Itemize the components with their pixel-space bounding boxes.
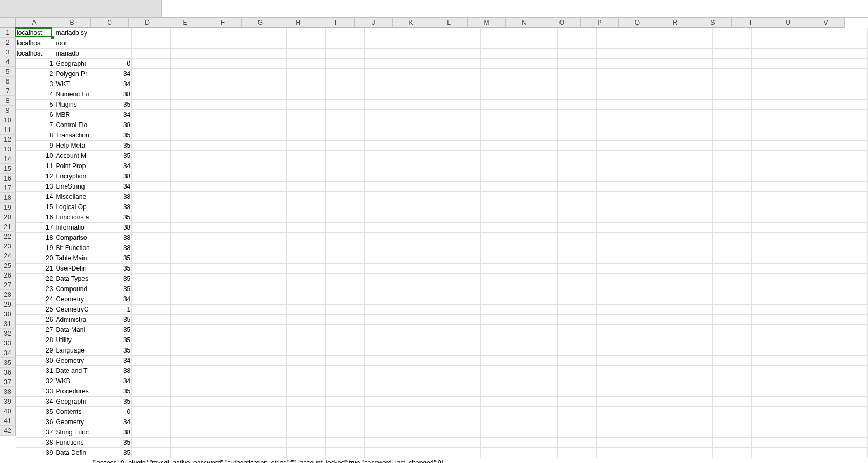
cell[interactable]: [480, 284, 519, 294]
cell[interactable]: [829, 38, 867, 49]
cell[interactable]: [519, 417, 558, 427]
cell[interactable]: [171, 243, 209, 253]
cell[interactable]: [442, 335, 480, 345]
cell[interactable]: [635, 397, 674, 407]
cell[interactable]: Geographi: [54, 397, 93, 407]
cell[interactable]: 4: [16, 89, 54, 100]
cell[interactable]: 27: [16, 325, 54, 335]
cell[interactable]: [442, 305, 480, 315]
cell[interactable]: [597, 448, 635, 458]
cell[interactable]: [635, 223, 674, 233]
cell[interactable]: [790, 69, 829, 79]
cell[interactable]: [790, 284, 829, 294]
cell[interactable]: [325, 438, 364, 448]
cell[interactable]: [597, 386, 635, 397]
cell[interactable]: [364, 100, 403, 110]
row-header[interactable]: 5: [0, 67, 16, 77]
cell[interactable]: [248, 89, 287, 100]
cell[interactable]: 12: [16, 171, 54, 182]
cell[interactable]: [132, 100, 171, 110]
cell[interactable]: [790, 59, 829, 69]
cell[interactable]: [635, 243, 674, 253]
cell[interactable]: [597, 59, 635, 69]
cell[interactable]: [248, 100, 287, 110]
cell[interactable]: [325, 171, 364, 182]
cell[interactable]: [403, 386, 442, 397]
cell[interactable]: [403, 110, 442, 120]
cell[interactable]: [325, 182, 364, 192]
row-header[interactable]: 29: [0, 300, 16, 309]
cell[interactable]: [248, 38, 287, 49]
cell[interactable]: [209, 120, 248, 130]
cell[interactable]: [403, 151, 442, 161]
cell[interactable]: [519, 274, 558, 284]
cell[interactable]: [248, 192, 287, 202]
row-header[interactable]: 15: [0, 164, 16, 174]
cell[interactable]: [171, 69, 209, 79]
cell[interactable]: [442, 345, 480, 356]
cell[interactable]: [790, 28, 829, 38]
cell[interactable]: [286, 120, 325, 130]
cell[interactable]: [209, 366, 248, 376]
cell[interactable]: [674, 438, 713, 448]
cell[interactable]: [519, 315, 558, 325]
cell[interactable]: 34: [93, 69, 132, 79]
cell[interactable]: [132, 427, 171, 438]
cell[interactable]: [674, 141, 713, 151]
cell[interactable]: [829, 386, 867, 397]
cell[interactable]: [403, 130, 442, 141]
cell[interactable]: [442, 202, 480, 212]
cell[interactable]: [790, 325, 829, 335]
cell[interactable]: 1: [16, 59, 54, 69]
cell[interactable]: [519, 59, 558, 69]
cell[interactable]: [325, 274, 364, 284]
cell[interactable]: [325, 386, 364, 397]
column-header[interactable]: S: [694, 18, 732, 28]
cell[interactable]: [752, 59, 790, 69]
cell[interactable]: [674, 202, 713, 212]
row-header[interactable]: 16: [0, 174, 16, 183]
cell[interactable]: [480, 38, 519, 49]
cell[interactable]: [364, 356, 403, 366]
cell[interactable]: [480, 376, 519, 386]
cell[interactable]: [713, 161, 752, 171]
cell[interactable]: [364, 438, 403, 448]
cell[interactable]: [171, 38, 209, 49]
cell[interactable]: [597, 294, 635, 305]
cell[interactable]: [558, 284, 597, 294]
cell[interactable]: 18: [16, 233, 54, 243]
cell[interactable]: [480, 161, 519, 171]
cell[interactable]: [209, 79, 248, 89]
cell[interactable]: [171, 386, 209, 397]
cell[interactable]: [209, 376, 248, 386]
cell[interactable]: [286, 264, 325, 274]
cell[interactable]: 34: [93, 294, 132, 305]
cell[interactable]: [364, 59, 403, 69]
cell[interactable]: 35: [93, 130, 132, 141]
cell[interactable]: 38: [93, 120, 132, 130]
cell[interactable]: [713, 438, 752, 448]
cell[interactable]: [132, 233, 171, 243]
cell[interactable]: [248, 376, 287, 386]
cell[interactable]: 38: [93, 171, 132, 182]
cell[interactable]: 7: [16, 120, 54, 130]
cell[interactable]: [442, 253, 480, 264]
cell[interactable]: [480, 417, 519, 427]
cell[interactable]: [635, 294, 674, 305]
row-header[interactable]: 35: [0, 358, 16, 368]
cell[interactable]: [132, 212, 171, 223]
cell[interactable]: [480, 151, 519, 161]
cell[interactable]: [790, 212, 829, 223]
cell[interactable]: [286, 284, 325, 294]
cell[interactable]: [325, 38, 364, 49]
cell[interactable]: [558, 212, 597, 223]
cell[interactable]: [248, 202, 287, 212]
cell[interactable]: Geometry: [54, 356, 93, 366]
cell[interactable]: [132, 79, 171, 89]
cell[interactable]: [713, 100, 752, 110]
cell[interactable]: 1: [93, 305, 132, 315]
cell[interactable]: 35: [93, 386, 132, 397]
cell[interactable]: [713, 38, 752, 49]
row-header[interactable]: 27: [0, 280, 16, 290]
cell[interactable]: [209, 243, 248, 253]
